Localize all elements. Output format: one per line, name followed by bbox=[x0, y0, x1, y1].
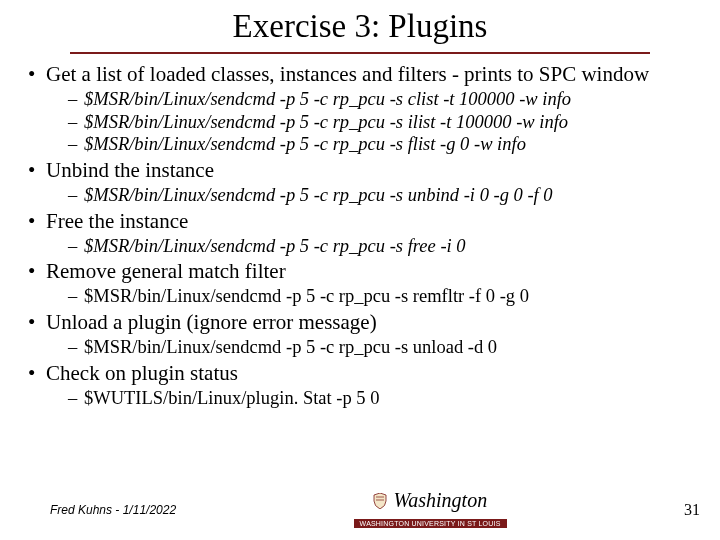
footer: Fred Kuhns - 1/11/2022 Washington WASHIN… bbox=[0, 489, 720, 530]
sub-item: $WUTILS/bin/Linux/plugin. Stat -p 5 0 bbox=[68, 387, 698, 410]
bullet-text: Get a list of loaded classes, instances … bbox=[46, 62, 649, 86]
footer-university-name: Washington bbox=[393, 489, 487, 511]
bullet-item: Unbind the instance $MSR/bin/Linux/sendc… bbox=[28, 158, 698, 207]
footer-university-sub: WASHINGTON UNIVERSITY IN ST LOUIS bbox=[354, 519, 507, 528]
sub-item: $MSR/bin/Linux/sendcmd -p 5 -c rp_pcu -s… bbox=[68, 111, 698, 134]
sub-list: $MSR/bin/Linux/sendcmd -p 5 -c rp_pcu -s… bbox=[46, 184, 698, 207]
sub-list: $MSR/bin/Linux/sendcmd -p 5 -c rp_pcu -s… bbox=[46, 235, 698, 258]
sub-item: $MSR/bin/Linux/sendcmd -p 5 -c rp_pcu -s… bbox=[68, 88, 698, 111]
bullet-item: Remove general match filter $MSR/bin/Lin… bbox=[28, 259, 698, 308]
sub-list: $MSR/bin/Linux/sendcmd -p 5 -c rp_pcu -s… bbox=[46, 285, 698, 308]
sub-list: $MSR/bin/Linux/sendcmd -p 5 -c rp_pcu -s… bbox=[46, 336, 698, 359]
bullet-text: Unbind the instance bbox=[46, 158, 214, 182]
sub-item: $MSR/bin/Linux/sendcmd -p 5 -c rp_pcu -s… bbox=[68, 133, 698, 156]
slide-title: Exercise 3: Plugins bbox=[20, 8, 700, 47]
bullet-text: Check on plugin status bbox=[46, 361, 238, 385]
sub-item: $MSR/bin/Linux/sendcmd -p 5 -c rp_pcu -s… bbox=[68, 235, 698, 258]
bullet-text: Unload a plugin (ignore error message) bbox=[46, 310, 377, 334]
footer-logo: Washington WASHINGTON UNIVERSITY IN ST L… bbox=[176, 489, 684, 530]
sub-item: $MSR/bin/Linux/sendcmd -p 5 -c rp_pcu -s… bbox=[68, 184, 698, 207]
sub-item: $MSR/bin/Linux/sendcmd -p 5 -c rp_pcu -s… bbox=[68, 285, 698, 308]
bullet-item: Check on plugin status $WUTILS/bin/Linux… bbox=[28, 361, 698, 410]
sub-list: $MSR/bin/Linux/sendcmd -p 5 -c rp_pcu -s… bbox=[46, 88, 698, 156]
bullet-text: Remove general match filter bbox=[46, 259, 286, 283]
bullet-item: Unload a plugin (ignore error message) $… bbox=[28, 310, 698, 359]
slide-title-text: Exercise 3: Plugins bbox=[233, 8, 488, 45]
title-underline bbox=[70, 51, 650, 54]
footer-author-date: Fred Kuhns - 1/11/2022 bbox=[50, 503, 176, 517]
sub-item: $MSR/bin/Linux/sendcmd -p 5 -c rp_pcu -s… bbox=[68, 336, 698, 359]
bullet-list: Get a list of loaded classes, instances … bbox=[20, 62, 700, 409]
sub-list: $WUTILS/bin/Linux/plugin. Stat -p 5 0 bbox=[46, 387, 698, 410]
bullet-item: Get a list of loaded classes, instances … bbox=[28, 62, 698, 156]
bullet-item: Free the instance $MSR/bin/Linux/sendcmd… bbox=[28, 209, 698, 258]
bullet-text: Free the instance bbox=[46, 209, 188, 233]
page-number: 31 bbox=[684, 501, 700, 519]
shield-icon bbox=[373, 493, 387, 509]
